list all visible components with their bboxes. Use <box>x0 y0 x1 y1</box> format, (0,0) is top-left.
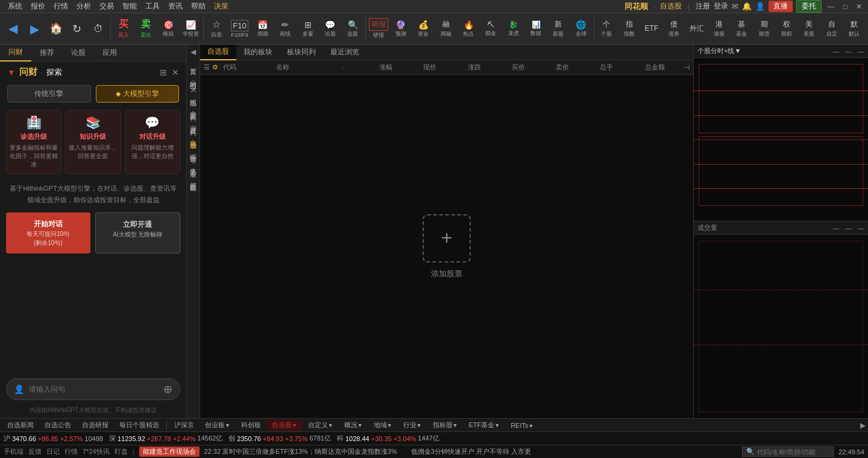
toolbar-forex[interactable]: 外汇 <box>685 14 708 43</box>
sidebar-item-stockinfo[interactable]: 个股资料 <box>187 101 200 115</box>
market-tab-zx[interactable]: 自选股▼ <box>267 419 302 431</box>
toolbar-etf[interactable]: ETF <box>640 14 662 43</box>
toolbar-watchlist[interactable]: ☆ 自选 <box>205 14 227 43</box>
sidebar-item-bullbear[interactable]: 牛叉诊股 <box>187 157 200 172</box>
toolbar-back[interactable]: ◀ <box>2 14 24 43</box>
search-input[interactable] <box>757 448 829 456</box>
toolbar-hk[interactable]: 港 港股 <box>708 14 730 43</box>
wencai-grid-icon[interactable]: ⊞ <box>160 68 167 77</box>
toolbar-options[interactable]: 权 期权 <box>775 14 797 43</box>
tab-apps[interactable]: 应用 <box>94 45 125 62</box>
toolbar-ipo[interactable]: 新 新股 <box>547 14 570 43</box>
toolbar-hot[interactable]: 🔥 热点 <box>457 14 479 43</box>
bell-icon[interactable]: 🔔 <box>742 2 752 11</box>
toolbar-custom[interactable]: 自 自定 <box>820 14 843 43</box>
right-ctrl-2[interactable]: — <box>845 48 852 55</box>
toolbar-futures[interactable]: 期 期货 <box>753 14 775 43</box>
menu-item-system[interactable]: 系统 <box>4 1 27 11</box>
tab-discuss[interactable]: 论股 <box>63 45 94 62</box>
market-tab-region[interactable]: 地域▼ <box>369 419 397 431</box>
status-mobile[interactable]: 手机端 <box>4 447 24 456</box>
upgrade-card-diagnosis[interactable]: 🏥 诊选升级 更多金融指标和量化因子，回答更精准 <box>6 110 61 174</box>
right-bot-ctrl-3[interactable]: — <box>858 224 864 232</box>
toolbar-us[interactable]: 美 美股 <box>798 14 820 43</box>
toolbar-data[interactable]: 📊 数据 <box>524 14 547 43</box>
toolbar-capital[interactable]: 💰 资金 <box>412 14 435 43</box>
sidebar-item-depth[interactable]: 深度资料 <box>187 115 200 130</box>
toolbar-period[interactable]: 📅 周期 <box>251 14 274 43</box>
status-market[interactable]: 行情 <box>64 447 78 456</box>
toolbar-select[interactable]: 🔍 选股 <box>342 14 364 43</box>
toolbar-discuss[interactable]: 💬 论股 <box>319 14 341 43</box>
toolbar-research[interactable]: 研报 研报 <box>367 14 389 43</box>
menu-item-market[interactable]: 行情 <box>49 1 72 11</box>
market-scroll-right[interactable]: ▶ <box>860 421 866 430</box>
toolbar-simulate[interactable]: 🎯 模拟 <box>157 14 180 43</box>
stock-tab-recent[interactable]: 最近浏览 <box>323 45 366 60</box>
upgrade-card-dialogue[interactable]: 💬 对话升级 问题理解能力增强，对话更自然 <box>125 110 180 174</box>
wencai-input[interactable] <box>29 385 159 393</box>
toolbar-index[interactable]: 指 指数 <box>618 14 640 43</box>
sidebar-item-kline[interactable]: K线图 <box>187 83 200 101</box>
status-feedback[interactable]: 反馈 <box>28 447 42 456</box>
sidebar-item-watchlist[interactable]: 自选股 <box>187 130 200 143</box>
market-tab-daily[interactable]: 每日个股精选 <box>115 419 164 431</box>
toolbar-sell[interactable]: 卖 卖出 <box>134 14 157 43</box>
market-tab-report[interactable]: 自选研报 <box>77 419 113 431</box>
market-tab-reits[interactable]: REITs▼ <box>506 421 538 430</box>
right-ctrl-3[interactable]: — <box>858 48 864 55</box>
start-chat-btn[interactable]: 开始对话 每天可提问10句 (剩余10句) <box>6 212 90 253</box>
menu-item-strategy[interactable]: 决策 <box>210 1 233 11</box>
toolbar-learn[interactable]: 📈 学投资 <box>180 14 202 43</box>
menu-item-ai[interactable]: 智能 <box>118 1 141 11</box>
engine-traditional[interactable]: 传统引擎 <box>7 85 91 103</box>
sidebar-item-homepage[interactable]: 首页 <box>187 58 200 70</box>
toolbar-predict[interactable]: 🔮 预测 <box>389 14 412 43</box>
sidebar-collapse-btn[interactable]: ◀ <box>189 46 198 58</box>
market-tab-shjj[interactable]: 沪深京 <box>169 419 199 431</box>
stock-tab-boardlist[interactable]: 板块同列 <box>280 45 323 60</box>
toolbar-bond[interactable]: 债 债券 <box>663 14 685 43</box>
right-bot-ctrl-1[interactable]: — <box>832 224 839 232</box>
sidebar-item-minute[interactable]: 分时图 <box>187 70 200 83</box>
wencai-close-icon[interactable]: ✕ <box>172 68 179 77</box>
toolbar-draw[interactable]: ✏ 画线 <box>274 14 296 43</box>
toolbar-timer[interactable]: ⏱ <box>88 14 109 43</box>
menu-item-tools[interactable]: 工具 <box>141 1 164 11</box>
toolbar-default[interactable]: 默 默认 <box>843 14 865 43</box>
upgrade-card-knowledge[interactable]: 📚 知识升级 接入海量知识库，回答更全面 <box>65 110 121 174</box>
sidebar-item-ranking[interactable]: 综合排名 <box>187 143 200 157</box>
add-stock-button[interactable]: + <box>423 214 471 262</box>
user-icon[interactable]: 👤 <box>755 2 765 11</box>
market-tab-industry[interactable]: 行业▼ <box>398 419 427 431</box>
market-tab-kc[interactable]: 科创板 <box>236 419 266 431</box>
toolbar-f10[interactable]: F10 F10/F9 <box>228 14 251 43</box>
win-max[interactable]: □ <box>841 2 850 11</box>
toolbar-refresh[interactable]: ↻ <box>66 14 87 43</box>
market-tab-announce[interactable]: 自选公告 <box>40 419 76 431</box>
sidebar-item-superboard[interactable]: 超级盘口 <box>187 172 200 186</box>
market-tab-cy[interactable]: 创业板▼ <box>200 419 235 431</box>
market-tab-news[interactable]: 自选新闻 <box>2 419 39 431</box>
input-add-icon[interactable]: ⊕ <box>163 383 172 396</box>
live-btn[interactable]: 直播 <box>769 1 793 12</box>
menu-item-news[interactable]: 资讯 <box>164 1 187 11</box>
status-news[interactable]: 7*24快讯 <box>83 447 110 456</box>
menu-item-analysis[interactable]: 分析 <box>72 1 95 11</box>
toolbar-forward[interactable]: ▶ <box>24 14 45 43</box>
toolbar-home[interactable]: 🏠 <box>45 14 66 43</box>
win-close[interactable]: ✕ <box>854 2 864 11</box>
toolbar-global[interactable]: 🌐 全球 <box>570 14 592 43</box>
chart-type-label[interactable]: 个股分时+线▼ <box>697 46 741 56</box>
menu-item-quote[interactable]: 报价 <box>27 1 49 11</box>
market-tab-etf[interactable]: ETF基金▼ <box>464 419 505 431</box>
toolbar-dragon[interactable]: 🐉 龙虎 <box>502 14 524 43</box>
col-settings-icon[interactable]: ⊣ <box>684 63 690 72</box>
toolbar-fund[interactable]: 基 基金 <box>731 14 753 43</box>
open-account-btn[interactable]: 立即开通 AI大模型 无限畅聊 <box>95 212 181 253</box>
tab-recommend[interactable]: 推荐 <box>31 45 63 62</box>
login-btn[interactable]: 登录 <box>714 1 728 11</box>
market-tab-custom[interactable]: 自定义▼ <box>303 419 338 431</box>
market-tab-index[interactable]: 指标股▼ <box>428 419 463 431</box>
register-btn[interactable]: 注册 <box>696 1 710 11</box>
